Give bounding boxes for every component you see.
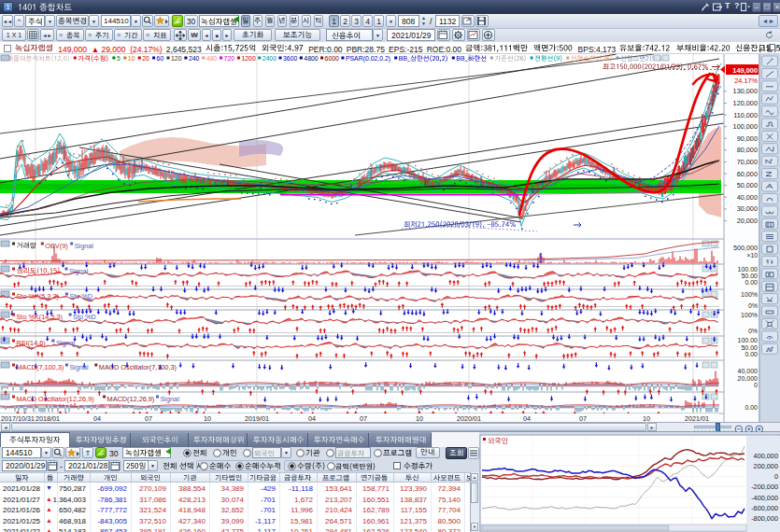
svg-text:120: 120 bbox=[171, 55, 182, 62]
svg-text:0.00: 0.00 bbox=[745, 351, 758, 357]
svg-text:-800,000: -800,000 bbox=[751, 514, 778, 523]
svg-text:MACD Oscillator(12,26,9): MACD Oscillator(12,26,9) bbox=[17, 395, 94, 403]
svg-text:400,000: 400,000 bbox=[754, 452, 778, 460]
svg-text:10: 10 bbox=[204, 414, 211, 423]
svg-text:Sto %D: Sto %D bbox=[73, 313, 96, 321]
svg-text:20,000: 20,000 bbox=[738, 375, 759, 382]
svg-text:10: 10 bbox=[643, 414, 650, 423]
svg-text:04: 04 bbox=[523, 414, 531, 423]
svg-text:60,000: 60,000 bbox=[737, 170, 758, 178]
svg-text:110,000: 110,000 bbox=[733, 111, 758, 119]
svg-text:50.00: 50.00 bbox=[741, 344, 758, 351]
svg-text:04: 04 bbox=[308, 414, 316, 423]
svg-text:0.00: 0.00 bbox=[745, 404, 758, 411]
svg-text:10: 10 bbox=[416, 414, 423, 423]
svg-text:-600,000: -600,000 bbox=[751, 504, 778, 512]
svg-text:90,000: 90,000 bbox=[737, 134, 758, 143]
svg-text:30,000: 30,000 bbox=[737, 204, 758, 213]
svg-text:Signal: Signal bbox=[161, 395, 180, 403]
svg-text:3600: 3600 bbox=[283, 55, 297, 62]
svg-text:24.17%: 24.17% bbox=[734, 77, 758, 85]
svg-text:20: 20 bbox=[142, 55, 149, 62]
svg-text:Sto %K(5,3,2): Sto %K(5,3,2) bbox=[17, 292, 59, 301]
svg-text:240: 240 bbox=[189, 55, 200, 62]
svg-text:70,000: 70,000 bbox=[737, 158, 758, 166]
svg-text:0%: 0% bbox=[748, 328, 758, 334]
svg-text:2020/01: 2020/01 bbox=[457, 414, 481, 423]
svg-text:0: 0 bbox=[774, 472, 778, 481]
svg-text:OBV(9): OBV(9) bbox=[45, 242, 67, 250]
svg-text:100%: 100% bbox=[741, 291, 758, 298]
svg-text:07: 07 bbox=[579, 414, 587, 423]
svg-text:2017/10/31: 2017/10/31 bbox=[1, 414, 35, 423]
svg-text:200,000: 200,000 bbox=[754, 462, 778, 470]
svg-text:07: 07 bbox=[145, 414, 152, 423]
svg-text:Signal: Signal bbox=[56, 339, 76, 347]
svg-text:0%: 0% bbox=[748, 302, 758, 309]
svg-text:1200: 1200 bbox=[241, 55, 255, 62]
svg-text:Sto %K(14,5,3): Sto %K(14,5,3) bbox=[17, 313, 63, 321]
svg-text:6000: 6000 bbox=[325, 55, 339, 62]
svg-text:MACD Oscillator(7,100,3): MACD Oscillator(7,100,3) bbox=[99, 363, 177, 371]
svg-text:10: 10 bbox=[128, 55, 135, 62]
svg-text:720: 720 bbox=[224, 55, 235, 62]
svg-text:0: 0 bbox=[754, 382, 758, 388]
svg-text:-400,000: -400,000 bbox=[751, 494, 778, 502]
svg-text:-200,000: -200,000 bbox=[751, 483, 778, 491]
svg-text:40,000: 40,000 bbox=[737, 193, 758, 202]
svg-text:149,000: 149,000 bbox=[732, 66, 758, 75]
svg-text:100,000: 100,000 bbox=[733, 122, 758, 131]
svg-text:Signal: Signal bbox=[75, 242, 94, 250]
svg-text:20,000: 20,000 bbox=[737, 217, 758, 225]
svg-text:130,000: 130,000 bbox=[733, 87, 758, 95]
svg-text:Signal: Signal bbox=[69, 363, 89, 371]
svg-text:2021/01: 2021/01 bbox=[685, 414, 709, 423]
svg-text:40,000: 40,000 bbox=[738, 368, 759, 374]
svg-text:50,000: 50,000 bbox=[737, 181, 758, 189]
svg-text:2019/01: 2019/01 bbox=[245, 414, 269, 423]
svg-text:50.00: 50.00 bbox=[741, 273, 758, 279]
svg-text:MACD(7,100,3): MACD(7,100,3) bbox=[17, 363, 64, 371]
svg-text:Signal: Signal bbox=[69, 267, 89, 275]
svg-text:100%: 100% bbox=[741, 312, 758, 318]
svg-text:MACD(12,26,9): MACD(12,26,9) bbox=[107, 395, 155, 403]
svg-text:480: 480 bbox=[206, 55, 218, 62]
svg-text:100.00: 100.00 bbox=[738, 266, 759, 273]
svg-text:80,000: 80,000 bbox=[737, 146, 758, 154]
svg-text:2400: 2400 bbox=[262, 55, 277, 62]
svg-text:RSI(14,6): RSI(14,6) bbox=[17, 339, 46, 347]
svg-text:4800: 4800 bbox=[304, 55, 318, 62]
svg-text:0.00: 0.00 bbox=[745, 279, 758, 286]
svg-text:×10: ×10 bbox=[746, 252, 758, 259]
svg-text:Sto %D: Sto %D bbox=[69, 292, 92, 301]
svg-text:2018/01: 2018/01 bbox=[35, 414, 60, 423]
svg-text:PSAR(0.02,0.2): PSAR(0.02,0.2) bbox=[346, 55, 390, 63]
svg-text:60: 60 bbox=[157, 55, 164, 62]
svg-text:04: 04 bbox=[93, 414, 101, 423]
svg-text:5: 5 bbox=[117, 55, 121, 62]
svg-text:100.00: 100.00 bbox=[738, 337, 759, 343]
svg-text:120,000: 120,000 bbox=[733, 99, 758, 107]
svg-text:07: 07 bbox=[360, 414, 367, 423]
